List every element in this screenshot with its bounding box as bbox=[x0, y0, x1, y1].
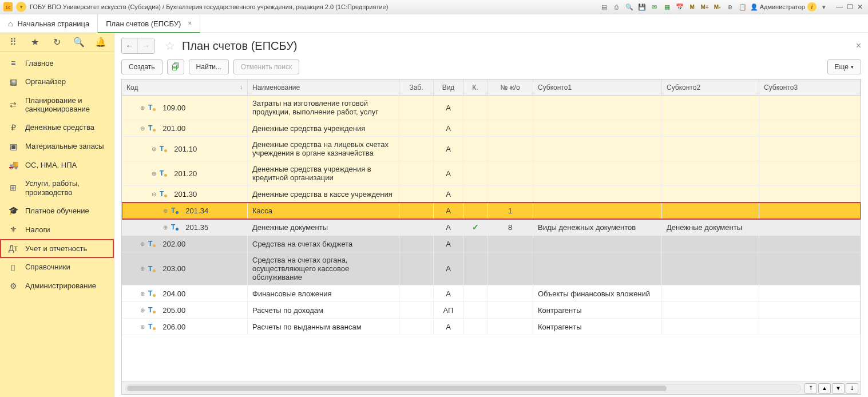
tree-toggle-icon[interactable]: ⊕ bbox=[139, 265, 146, 272]
table-row[interactable]: ⊕ T 202.00 Средства на счетах бюджетаА bbox=[122, 236, 861, 252]
table-row[interactable]: ⊖ T 201.30 Денежные средства в кассе учр… bbox=[122, 186, 861, 203]
maximize-icon[interactable]: ☐ bbox=[845, 3, 854, 11]
scroll-top-button[interactable]: ⤒ bbox=[804, 383, 817, 394]
apps-grid-icon[interactable]: ⠿ bbox=[6, 37, 20, 47]
favorite-star-icon[interactable]: ★ bbox=[28, 37, 42, 47]
col-code[interactable]: Код↓ bbox=[122, 80, 248, 95]
scroll-down-button[interactable]: ▼ bbox=[832, 383, 845, 394]
tree-toggle-icon[interactable]: ⊕ bbox=[139, 291, 146, 297]
scroll-up-button[interactable]: ▲ bbox=[818, 383, 831, 394]
m-icon[interactable]: M bbox=[687, 2, 697, 12]
user-label[interactable]: 👤Администратор bbox=[750, 3, 805, 11]
tree-toggle-icon[interactable]: ⊖ bbox=[150, 191, 157, 197]
cell-njo bbox=[487, 319, 533, 335]
sidebar-item-2[interactable]: ⇄Планирование и санкционирование bbox=[0, 92, 114, 118]
sidebar-item-1[interactable]: ▦Органайзер bbox=[0, 73, 114, 92]
table-row[interactable]: ⊕ T 201.20 Денежные средства учреждения … bbox=[122, 161, 861, 186]
col-k[interactable]: К. bbox=[463, 80, 487, 95]
col-njo[interactable]: № ж/о bbox=[487, 80, 533, 95]
cell-code: ⊕ T 201.34 bbox=[122, 203, 248, 219]
info-icon[interactable]: i bbox=[807, 2, 817, 11]
sidebar-item-5[interactable]: 🚚ОС, НМА, НПА bbox=[0, 156, 114, 174]
cell-code: ⊕ T 204.00 bbox=[122, 285, 248, 301]
cell-sub3 bbox=[759, 161, 861, 185]
table-row[interactable]: ⊕ T 201.35 Денежные документыА✓8Виды ден… bbox=[122, 219, 861, 236]
more-button[interactable]: Еще bbox=[827, 59, 861, 74]
cell-sub2 bbox=[662, 302, 759, 318]
table-row[interactable]: ⊕ T 206.00 Расчеты по выданным авансамАК… bbox=[122, 319, 861, 335]
titlebar-toolbar: ▤ ⎙ 🔍 💾 ✉ ▦ 📅 M M+ M- ⊕ 📋 👤Администратор… bbox=[599, 2, 865, 12]
sidebar-item-0[interactable]: ≡Главное bbox=[0, 54, 114, 73]
tree-toggle-icon[interactable]: ⊖ bbox=[139, 125, 146, 132]
tree-toggle-icon[interactable]: ⊕ bbox=[139, 105, 146, 111]
calculator-icon[interactable]: ▦ bbox=[662, 2, 672, 12]
tree-toggle-icon[interactable]: ⊕ bbox=[150, 146, 157, 152]
tab-home[interactable]: ⌂ Начальная страница bbox=[0, 14, 98, 33]
close-window-icon[interactable]: ✕ bbox=[855, 3, 865, 11]
table-row[interactable]: ⊕ T 201.34 КассаА1 bbox=[122, 203, 861, 219]
col-name[interactable]: Наименование bbox=[248, 80, 399, 95]
close-page-icon[interactable]: × bbox=[856, 41, 861, 51]
save-icon[interactable]: 💾 bbox=[637, 2, 647, 12]
preview-icon[interactable]: 🔍 bbox=[624, 2, 635, 12]
chevron-down-icon[interactable]: ▾ bbox=[819, 2, 829, 12]
tree-toggle-icon[interactable]: ⊕ bbox=[150, 170, 157, 177]
col-sub1[interactable]: Субконто1 bbox=[533, 80, 662, 95]
tab-chart-of-accounts[interactable]: План счетов (ЕПСБУ) × bbox=[98, 15, 200, 33]
history-icon[interactable]: ↻ bbox=[50, 37, 64, 47]
m-minus-icon[interactable]: M- bbox=[712, 2, 723, 12]
nav-forward-button[interactable]: → bbox=[138, 38, 154, 53]
m-plus-icon[interactable]: M+ bbox=[700, 2, 710, 12]
copy-button[interactable]: 🗐 bbox=[167, 59, 184, 74]
cancel-search-button[interactable]: Отменить поиск bbox=[233, 59, 299, 74]
tab-close-icon[interactable]: × bbox=[188, 19, 192, 27]
table-row[interactable]: ⊕ T 201.10 Денежные средства на лицевых … bbox=[122, 137, 861, 161]
tree-toggle-icon[interactable]: ⊕ bbox=[162, 208, 169, 214]
sidebar-item-3[interactable]: ₽Денежные средства bbox=[0, 118, 114, 137]
table-row[interactable]: ⊖ T 201.00 Денежные средства учрежденияА bbox=[122, 120, 861, 137]
cell-k bbox=[463, 203, 487, 219]
calendar-icon[interactable]: 📅 bbox=[675, 2, 685, 12]
table-row[interactable]: ⊕ T 205.00 Расчеты по доходамАПКонтраген… bbox=[122, 302, 861, 319]
print-icon[interactable]: ⎙ bbox=[612, 2, 622, 12]
tree-toggle-icon[interactable]: ⊕ bbox=[139, 324, 146, 330]
sidebar-item-11[interactable]: ⚙Администрирование bbox=[0, 277, 114, 296]
clipboard-icon[interactable]: 📋 bbox=[738, 2, 748, 12]
table-row[interactable]: ⊕ T 203.00 Средства на счетах органа, ос… bbox=[122, 252, 861, 285]
sidebar-item-8[interactable]: ⚜Налоги bbox=[0, 220, 114, 239]
accounts-grid: Код↓ Наименование Заб. Вид К. № ж/о Субк… bbox=[121, 79, 861, 395]
sidebar-item-7[interactable]: 🎓Платное обучение bbox=[0, 201, 114, 220]
sidebar-item-6[interactable]: ⊞Услуги, работы, производство bbox=[0, 174, 114, 201]
cell-sub1: Объекты финансовых вложений bbox=[533, 285, 662, 301]
nav-back-button[interactable]: ← bbox=[122, 38, 138, 53]
scroll-bottom-button[interactable]: ⤓ bbox=[846, 383, 858, 394]
sidebar-item-label: Справочники bbox=[25, 263, 108, 272]
col-sub2[interactable]: Субконто2 bbox=[662, 80, 759, 95]
sidebar-item-9[interactable]: ДтУчет и отчетность bbox=[0, 239, 114, 258]
sidebar-item-4[interactable]: ▣Материальные запасы bbox=[0, 137, 114, 156]
search-icon[interactable]: 🔍 bbox=[72, 37, 86, 47]
send-icon[interactable]: ✉ bbox=[649, 2, 660, 12]
col-zab[interactable]: Заб. bbox=[399, 80, 434, 95]
create-button[interactable]: Создать bbox=[121, 59, 162, 74]
notifications-icon[interactable]: 🔔 bbox=[94, 37, 108, 47]
tree-toggle-icon[interactable]: ⊕ bbox=[139, 307, 146, 313]
t-icon: T bbox=[160, 190, 167, 198]
app-menu-dropdown-icon[interactable]: ▾ bbox=[16, 2, 26, 12]
minimize-icon[interactable]: — bbox=[835, 3, 844, 11]
tree-toggle-icon[interactable]: ⊕ bbox=[139, 241, 146, 247]
sidebar-icon: ▯ bbox=[8, 263, 18, 272]
col-sub3[interactable]: Субконто3 bbox=[759, 80, 861, 95]
table-row[interactable]: ⊕ T 204.00 Финансовые вложенияАОбъекты ф… bbox=[122, 285, 861, 302]
col-vid[interactable]: Вид bbox=[434, 80, 463, 95]
favorite-page-icon[interactable]: ☆ bbox=[165, 39, 175, 53]
horizontal-scrollbar[interactable] bbox=[125, 384, 801, 392]
layout-icon[interactable]: ▤ bbox=[599, 2, 609, 12]
tree-toggle-icon[interactable]: ⊕ bbox=[162, 224, 169, 231]
sidebar-item-10[interactable]: ▯Справочники bbox=[0, 258, 114, 277]
find-button[interactable]: Найти... bbox=[189, 59, 229, 74]
table-row[interactable]: ⊕ T 109.00 Затраты на изготовление готов… bbox=[122, 96, 861, 120]
zoom-in-icon[interactable]: ⊕ bbox=[725, 2, 735, 12]
sidebar-icon: 🚚 bbox=[8, 160, 18, 170]
cell-zab bbox=[399, 120, 434, 136]
